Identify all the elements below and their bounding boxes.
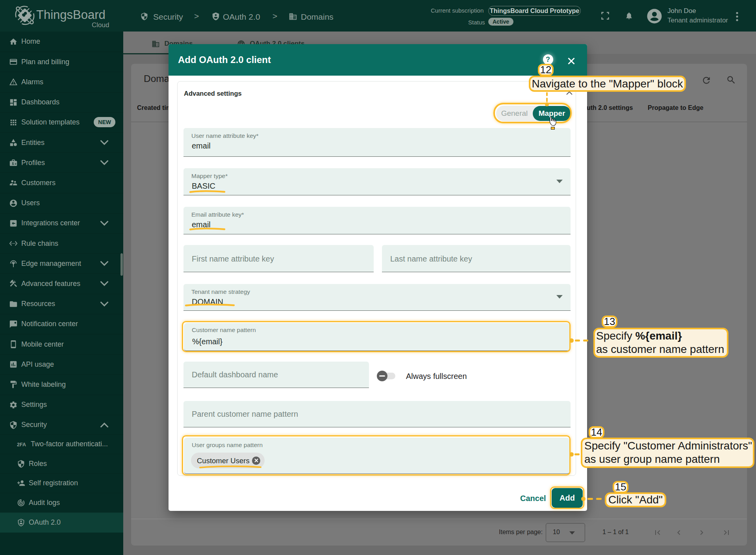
svg-text:2FA: 2FA bbox=[17, 442, 26, 447]
